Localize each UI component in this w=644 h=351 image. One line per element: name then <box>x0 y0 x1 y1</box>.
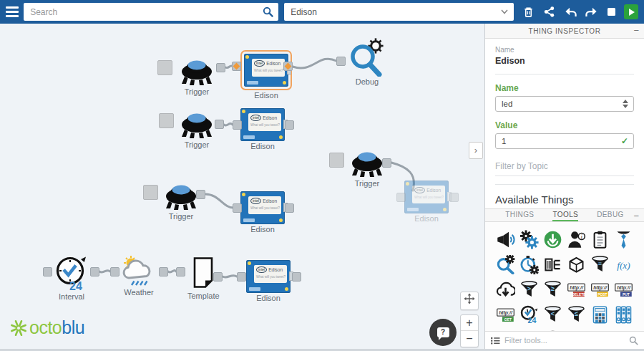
tools-filter-bar <box>485 331 644 349</box>
connection-port[interactable] <box>110 267 119 277</box>
value-input[interactable]: 1 ✓ <box>495 133 634 149</box>
connection-port[interactable] <box>285 203 294 213</box>
filter-topic-input[interactable]: Filter by Topic <box>495 161 634 176</box>
tool-http-delete-icon[interactable]: http://DELETE <box>566 279 587 301</box>
connection-port[interactable] <box>159 267 168 277</box>
node-interval[interactable]: 24Interval <box>54 254 89 301</box>
field-name-select[interactable]: led <box>495 96 634 112</box>
node-weather[interactable]: Weather <box>119 254 159 297</box>
zoom-out-button[interactable]: − <box>461 331 478 347</box>
connection-port[interactable] <box>382 158 391 168</box>
tool-interval-icon[interactable]: 24 <box>519 304 540 326</box>
node-edison[interactable]: intelEdisonWhat will you tweet? Edison <box>240 108 285 150</box>
tool-package-icon[interactable] <box>566 254 587 276</box>
undo-button[interactable] <box>564 6 577 18</box>
menu-icon[interactable] <box>6 4 22 19</box>
node-trigger[interactable]: Trigger <box>179 107 215 149</box>
node-label: Trigger <box>355 179 379 188</box>
connection-port[interactable] <box>237 272 246 282</box>
list-icon[interactable] <box>491 337 500 345</box>
connection-port[interactable] <box>396 193 406 202</box>
node-trigger[interactable]: Trigger <box>179 54 215 96</box>
fit-view-button[interactable] <box>460 292 479 310</box>
tool-announce-icon[interactable] <box>495 229 517 251</box>
node-edison[interactable]: intelEdisonWhat will you tweet? Edison <box>240 191 285 234</box>
tool-delay-timer-icon[interactable] <box>519 254 540 276</box>
redo-icon <box>585 6 598 18</box>
stop-button[interactable] <box>607 7 616 16</box>
redo-button[interactable] <box>585 6 598 18</box>
tool-calculator-icon[interactable] <box>590 304 611 326</box>
connection-port[interactable] <box>232 62 241 71</box>
search-input[interactable] <box>24 3 278 21</box>
connection-port[interactable] <box>449 193 459 202</box>
tool-formal-request-icon[interactable] <box>613 229 635 251</box>
zoom-in-button[interactable]: + <box>461 315 478 331</box>
connection-port[interactable] <box>285 120 294 130</box>
node-trigger[interactable]: Trigger <box>163 178 199 221</box>
disconnected-port[interactable] <box>143 185 158 200</box>
search-icon[interactable] <box>263 6 273 17</box>
node-edison[interactable]: intelEdisonWhat will you tweet? Edison <box>246 260 291 302</box>
connection-port[interactable] <box>213 272 223 282</box>
tool-compose-icon[interactable] <box>519 229 540 251</box>
connection-port[interactable] <box>43 267 52 277</box>
node-label: Edison <box>250 142 275 150</box>
tool-filter-icon[interactable]: ≡ <box>590 254 611 276</box>
tool-http-put-icon[interactable]: http://PUT <box>613 279 635 301</box>
help-beacon-button[interactable]: ? <box>429 319 457 346</box>
flow-select[interactable]: Edison <box>284 3 513 21</box>
connection-port[interactable] <box>196 190 205 199</box>
stepper-icon <box>623 100 628 108</box>
tool-http-post-icon[interactable]: http://POST <box>590 279 611 301</box>
tool-function-icon[interactable]: f(x) <box>613 254 635 276</box>
filter-tools-input[interactable] <box>504 336 625 345</box>
disconnected-port[interactable] <box>329 153 344 168</box>
flow-canvas[interactable]: Trigger intelEdisonWhat will you tweet? … <box>0 24 484 349</box>
disconnected-port[interactable] <box>159 113 174 128</box>
trash-icon <box>522 6 535 18</box>
delete-flow-button[interactable] <box>522 6 535 18</box>
svg-text:PUT: PUT <box>623 293 630 297</box>
tab-things[interactable]: THINGS <box>505 209 534 221</box>
tool-filter-greater-icon[interactable]: > <box>519 279 540 301</box>
inspector-minimize-button[interactable]: − <box>633 24 639 38</box>
tab-debug[interactable]: DEBUG <box>597 209 624 221</box>
tool-splitter-icon[interactable] <box>542 254 564 276</box>
trigger-button-icon <box>179 107 215 140</box>
node-edison[interactable]: intelEdisonWhat will you tweet? Edison <box>240 50 292 100</box>
connection-port[interactable] <box>233 120 242 130</box>
tabs-minimize-button[interactable]: − <box>633 209 639 223</box>
tool-collection-icon[interactable] <box>613 304 635 326</box>
connection-port[interactable] <box>292 272 301 282</box>
connection-port[interactable] <box>90 267 99 277</box>
node-edison[interactable]: intelEdisonWhat will you tweet? Edison <box>404 181 449 223</box>
node-debug[interactable]: Debug <box>346 38 388 86</box>
connection-port[interactable] <box>283 62 293 71</box>
thing-inspector-panel: THING INSPECTOR − Name Edison Name led V… <box>484 24 644 349</box>
tool-receive-icon[interactable] <box>542 229 564 251</box>
share-flow-button[interactable] <box>543 6 555 18</box>
tool-filter-less-icon[interactable]: < <box>542 304 564 326</box>
tool-find-tool-icon[interactable] <box>495 254 517 276</box>
tool-filter-less-equal-icon[interactable]: ≤ <box>566 304 587 326</box>
tool-filter-greater-equal-icon[interactable]: ≥ <box>542 279 564 301</box>
connection-port[interactable] <box>215 120 224 129</box>
connection-port[interactable] <box>233 203 242 213</box>
node-trigger[interactable]: Trigger <box>349 145 385 188</box>
panel-collapse-button[interactable]: › <box>469 142 483 159</box>
connection-port[interactable] <box>176 267 185 277</box>
tool-http-get-icon[interactable]: http://GET <box>495 304 517 326</box>
connection-port[interactable] <box>336 57 346 66</box>
logo-text-octo: octo <box>29 317 62 337</box>
tool-contact-info-icon[interactable]: i <box>566 229 587 251</box>
tool-checklist-icon[interactable] <box>590 229 611 251</box>
edison-board: intelEdisonWhat will you tweet? <box>240 108 285 141</box>
connection-port[interactable] <box>216 63 225 72</box>
svg-text:>: > <box>527 285 531 292</box>
svg-text:http://: http:// <box>570 285 584 291</box>
disconnected-port[interactable] <box>157 60 172 75</box>
tool-cloud-pull-icon[interactable] <box>495 279 517 301</box>
play-button[interactable] <box>624 4 638 19</box>
tab-tools[interactable]: TOOLS <box>552 209 578 221</box>
